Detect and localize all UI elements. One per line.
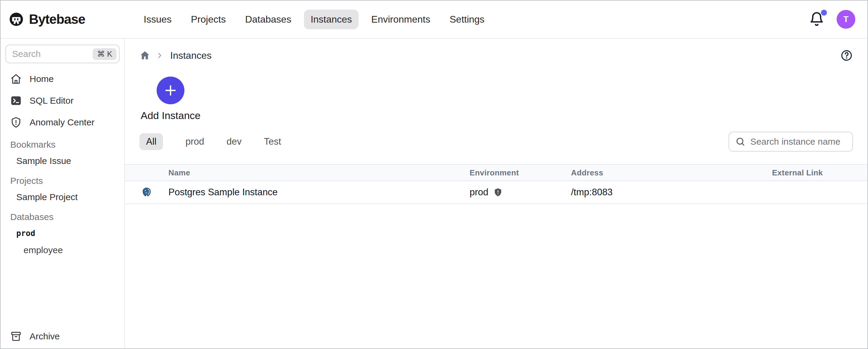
bytebase-logo-icon [9,12,24,27]
sidebar-item-sql-editor[interactable]: SQL Editor [1,90,124,111]
sidebar-item-prod-env[interactable]: prod [1,225,124,242]
sidebar-nav: Home SQL Editor [1,68,124,133]
tab-test[interactable]: Test [264,136,281,147]
bytebase-logo[interactable]: Bytebase [9,12,85,27]
instance-search[interactable] [728,132,853,151]
sidebar-item-home[interactable]: Home [1,68,124,90]
avatar[interactable]: T [837,10,855,29]
environment-tabs: All prod dev Test [140,133,281,150]
plus-icon [157,76,184,104]
sidebar-item-anomaly-center[interactable]: Anomaly Center [1,111,124,133]
filter-row: All prod dev Test [125,132,867,151]
search-icon [735,137,745,147]
terminal-icon [10,95,22,106]
sidebar-item-sample-project[interactable]: Sample Project [1,189,124,206]
cell-environment: prod [470,187,571,198]
notifications-button[interactable] [809,11,825,27]
breadcrumb: Instances [125,39,867,65]
cell-address: /tmp:8083 [571,187,772,198]
tab-prod[interactable]: prod [185,136,204,147]
table-header-row: Name Environment Address External Link [125,164,867,181]
sidebar-item-sample-issue[interactable]: Sample Issue [1,152,124,169]
sidebar: ⌘ K Home [1,39,125,348]
sidebar-item-label: SQL Editor [30,96,74,106]
sidebar-search[interactable]: ⌘ K [5,45,120,63]
shield-protected-icon [493,187,503,197]
header-cell-address: Address [571,168,772,177]
top-bar: Bytebase Issues Projects Databases Insta… [1,1,867,39]
nav-item-instances[interactable]: Instances [304,10,359,29]
instances-table: Name Environment Address External Link [125,164,867,204]
add-instance-label: Add Instance [141,110,200,121]
sidebar-search-input[interactable] [12,49,93,59]
sidebar-item-label: Home [30,74,54,84]
archive-icon [10,330,22,342]
top-navigation: Issues Projects Databases Instances Envi… [137,10,491,29]
sidebar-item-label: Anomaly Center [30,117,94,128]
app-window: Bytebase Issues Projects Databases Insta… [0,0,868,349]
sidebar-section-projects: Projects Sample Project [1,173,124,206]
section-title: Databases [1,209,124,225]
add-instance-button[interactable]: Add Instance [141,76,200,121]
sidebar-item-archive[interactable]: Archive [1,325,124,347]
header-cell-name: Name [168,168,470,177]
breadcrumb-current: Instances [170,50,212,61]
nav-item-projects[interactable]: Projects [184,10,233,29]
postgres-icon [125,187,168,198]
keyboard-shortcut-badge: ⌘ K [93,48,117,60]
sidebar-item-employee-db[interactable]: employee [1,242,124,258]
nav-item-databases[interactable]: Databases [239,10,298,29]
sidebar-section-bookmarks: Bookmarks Sample Issue [1,137,124,169]
environment-label: prod [470,187,488,198]
cell-instance-name: Postgres Sample Instance [168,187,470,198]
section-title: Projects [1,173,124,189]
tab-all[interactable]: All [140,133,163,150]
tab-dev[interactable]: dev [227,136,242,147]
nav-item-settings[interactable]: Settings [443,10,491,29]
brand-name: Bytebase [29,12,85,27]
help-button[interactable] [840,49,853,62]
chevron-right-icon [156,51,163,59]
header-cell-external-link: External Link [772,168,867,177]
avatar-letter: T [843,14,848,24]
home-icon[interactable] [140,50,150,61]
nav-item-environments[interactable]: Environments [365,10,437,29]
sidebar-section-databases: Databases prod employee [1,209,124,258]
instance-search-input[interactable] [750,137,846,147]
header-cell-environment: Environment [470,168,571,177]
home-icon [10,73,22,85]
table-row[interactable]: Postgres Sample Instance prod /tmp:8083 [125,181,867,204]
shield-alert-icon [10,117,22,128]
main-content: Instances Add Instance [125,39,867,348]
nav-item-issues[interactable]: Issues [137,10,178,29]
notification-dot [821,10,827,16]
sidebar-item-label: Archive [30,331,60,342]
section-title: Bookmarks [1,137,124,152]
topbar-right: T [809,10,855,29]
